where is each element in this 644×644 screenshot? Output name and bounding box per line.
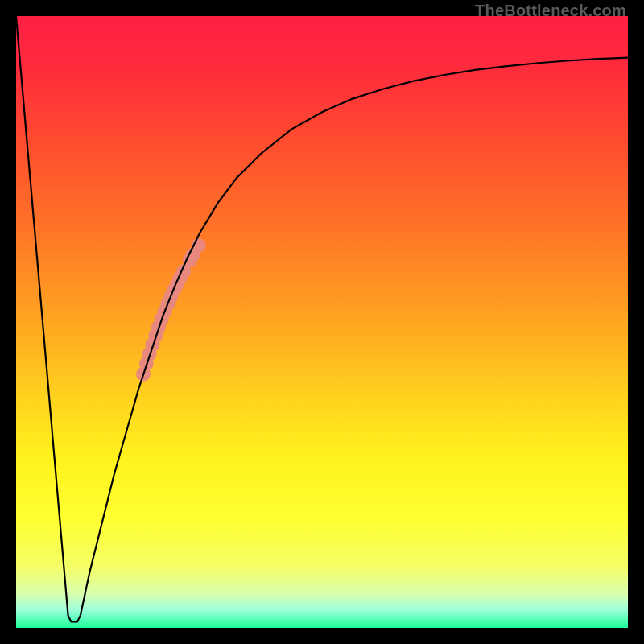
chart-svg [16, 16, 628, 628]
gradient-background [16, 16, 628, 628]
plot-area [16, 16, 628, 628]
chart-frame: TheBottleneck.com [0, 0, 644, 644]
